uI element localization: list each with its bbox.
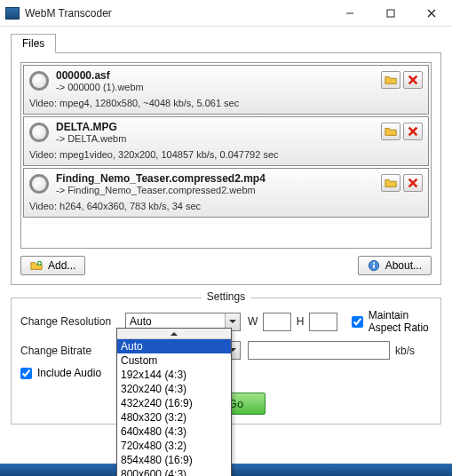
remove-button[interactable] <box>403 123 423 140</box>
file-info: Video: mpeg4, 1280x580, ~4048 kb/s, 5.06… <box>29 98 423 108</box>
file-name: 000000.asf <box>56 69 423 82</box>
file-info: Video: h264, 640x360, 783 kb/s, 34 sec <box>29 201 423 211</box>
include-audio-label: Include Audio <box>37 367 101 379</box>
svg-rect-1 <box>387 10 394 17</box>
resolution-value: Auto <box>130 315 152 328</box>
file-info: Video: mpeg1video, 320x200, 104857 kb/s,… <box>29 149 423 160</box>
add-button[interactable]: Add... <box>20 256 85 275</box>
include-audio-input[interactable] <box>20 368 32 379</box>
remove-button[interactable] <box>403 71 423 89</box>
file-name: DELTA.MPG <box>56 121 423 133</box>
tab-strip: Files <box>11 34 441 53</box>
files-toolbar: Add... About... <box>20 256 432 275</box>
file-list: 000000.asf -> 000000 (1).webm Video: mpe… <box>20 62 432 249</box>
file-output: -> Finding_Nemo_Teaser.compressed2.webm <box>56 185 423 195</box>
resolution-option[interactable]: 320x240 (4:3) <box>117 382 231 396</box>
resolution-option[interactable]: Auto <box>117 339 231 353</box>
resolution-option[interactable]: 800x600 (4:3) <box>117 467 231 476</box>
file-row: DELTA.MPG -> DELTA.webm Video: mpeg1vide… <box>23 116 429 166</box>
settings-group: Settings Change Resolution Auto W H Main… <box>11 298 441 424</box>
window-title: WebM Transcoder <box>25 7 112 20</box>
resolution-option[interactable]: 720x480 (3:2) <box>117 439 231 453</box>
add-label: Add... <box>48 259 75 272</box>
width-input[interactable] <box>263 313 290 331</box>
file-name: Finding_Nemo_Teaser.compressed2.mp4 <box>56 172 423 185</box>
file-row: Finding_Nemo_Teaser.compressed2.mp4 -> F… <box>23 168 429 218</box>
open-folder-button[interactable] <box>381 123 400 140</box>
resolution-option[interactable]: Custom <box>117 353 231 368</box>
height-input[interactable] <box>309 313 337 331</box>
tab-files[interactable]: Files <box>11 34 56 53</box>
open-folder-button[interactable] <box>381 71 400 89</box>
progress-icon <box>29 123 49 142</box>
resolution-option[interactable]: 640x480 (4:3) <box>117 424 231 439</box>
maximize-button[interactable] <box>370 0 411 27</box>
add-icon <box>30 259 43 272</box>
minimize-button[interactable] <box>329 0 370 27</box>
resolution-option[interactable]: 854x480 (16:9) <box>117 453 231 467</box>
scroll-up-button[interactable] <box>117 329 231 339</box>
app-icon <box>5 7 20 20</box>
open-folder-button[interactable] <box>381 174 400 192</box>
info-icon <box>368 259 380 272</box>
resolution-option[interactable]: 192x144 (4:3) <box>117 368 231 382</box>
files-panel: 000000.asf -> 000000 (1).webm Video: mpe… <box>11 52 441 285</box>
file-output: -> DELTA.webm <box>56 133 423 144</box>
progress-icon <box>29 71 49 91</box>
remove-button[interactable] <box>403 174 423 192</box>
maintain-aspect-input[interactable] <box>352 316 363 328</box>
resolution-dropdown[interactable]: AutoCustom192x144 (4:3)320x240 (4:3)432x… <box>116 328 232 476</box>
change-resolution-label: Change Resolution <box>20 315 118 328</box>
change-bitrate-label: Change Bitrate <box>20 345 118 357</box>
progress-icon <box>29 174 49 194</box>
resolution-option[interactable]: 480x320 (3:2) <box>117 410 231 424</box>
titlebar: WebM Transcoder <box>0 0 452 27</box>
svg-point-14 <box>373 262 375 264</box>
about-button[interactable]: About... <box>358 256 432 275</box>
kbs-label: kb/s <box>395 345 415 357</box>
svg-rect-15 <box>373 265 375 268</box>
settings-legend: Settings <box>202 290 250 303</box>
bitrate-input[interactable] <box>248 341 390 360</box>
include-audio-checkbox[interactable]: Include Audio <box>20 367 101 379</box>
maintain-aspect-label: Maintain Aspect Ratio <box>369 309 432 334</box>
file-output: -> 000000 (1).webm <box>56 82 423 92</box>
w-label: W <box>248 315 258 328</box>
about-label: About... <box>385 259 422 272</box>
h-label: H <box>297 315 305 328</box>
resolution-option[interactable]: 432x240 (16:9) <box>117 396 231 410</box>
close-button[interactable] <box>411 0 452 27</box>
file-row: 000000.asf -> 000000 (1).webm Video: mpe… <box>23 65 429 115</box>
maintain-aspect-checkbox[interactable]: Maintain Aspect Ratio <box>352 309 432 334</box>
